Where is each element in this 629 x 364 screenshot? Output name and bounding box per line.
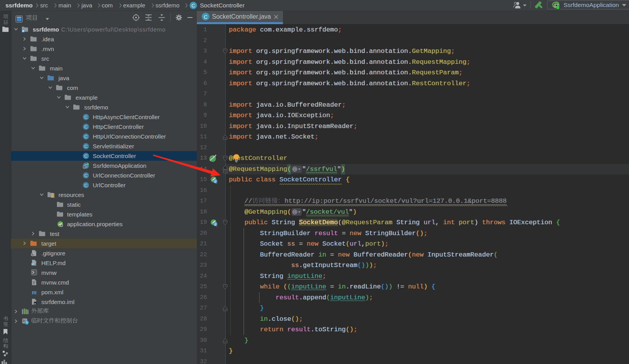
- svg-text:C: C: [84, 115, 87, 120]
- svg-text:C: C: [204, 14, 208, 20]
- svg-text:C: C: [84, 173, 87, 178]
- svg-text:C: C: [84, 134, 87, 139]
- svg-text:m: m: [32, 289, 37, 295]
- svg-text:C: C: [84, 154, 87, 158]
- svg-text:C: C: [84, 144, 87, 149]
- svg-text:C: C: [191, 3, 195, 9]
- svg-text:MD: MD: [32, 263, 35, 266]
- svg-text:C: C: [84, 125, 87, 129]
- svg-text:C: C: [84, 183, 87, 188]
